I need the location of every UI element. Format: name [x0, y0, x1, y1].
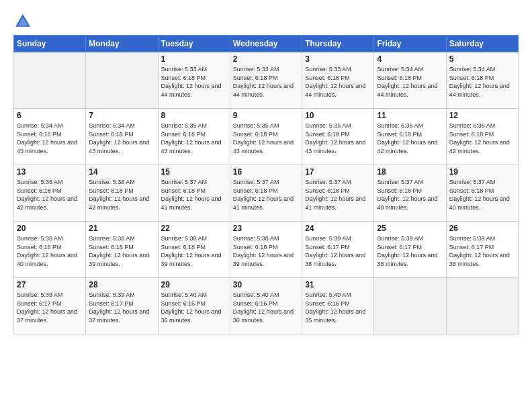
day-number: 29 — [161, 280, 227, 289]
day-info: Sunrise: 5:38 AM Sunset: 6:18 PM Dayligh… — [89, 234, 154, 268]
day-info: Sunrise: 5:35 AM Sunset: 6:18 PM Dayligh… — [161, 122, 227, 155]
day-info: Sunrise: 5:38 AM Sunset: 6:18 PM Dayligh… — [161, 234, 227, 268]
col-header-friday: Friday — [374, 36, 446, 52]
calendar-cell: 14Sunrise: 5:36 AM Sunset: 6:18 PM Dayli… — [86, 165, 158, 222]
calendar-cell: 16Sunrise: 5:37 AM Sunset: 6:18 PM Dayli… — [230, 165, 302, 222]
col-header-monday: Monday — [86, 36, 158, 52]
day-info: Sunrise: 5:38 AM Sunset: 6:18 PM Dayligh… — [17, 234, 83, 268]
day-number: 21 — [89, 224, 154, 233]
day-info: Sunrise: 5:33 AM Sunset: 6:18 PM Dayligh… — [233, 65, 299, 99]
calendar-cell: 19Sunrise: 5:37 AM Sunset: 6:18 PM Dayli… — [446, 165, 518, 222]
col-header-saturday: Saturday — [446, 36, 518, 52]
day-number: 15 — [161, 167, 227, 177]
day-number: 23 — [233, 224, 299, 233]
day-info: Sunrise: 5:34 AM Sunset: 6:18 PM Dayligh… — [17, 122, 83, 155]
calendar-cell: 29Sunrise: 5:40 AM Sunset: 6:16 PM Dayli… — [158, 278, 230, 334]
day-number: 4 — [377, 54, 443, 64]
col-header-thursday: Thursday — [302, 36, 374, 52]
calendar-week-5: 27Sunrise: 5:39 AM Sunset: 6:17 PM Dayli… — [14, 278, 519, 334]
calendar-cell: 18Sunrise: 5:37 AM Sunset: 6:18 PM Dayli… — [374, 165, 446, 222]
day-info: Sunrise: 5:40 AM Sunset: 6:16 PM Dayligh… — [233, 291, 299, 324]
calendar-cell: 28Sunrise: 5:39 AM Sunset: 6:17 PM Dayli… — [86, 278, 158, 334]
day-info: Sunrise: 5:39 AM Sunset: 6:17 PM Dayligh… — [449, 234, 515, 268]
calendar-cell: 26Sunrise: 5:39 AM Sunset: 6:17 PM Dayli… — [446, 222, 518, 278]
day-info: Sunrise: 5:40 AM Sunset: 6:16 PM Dayligh… — [305, 291, 371, 324]
calendar-cell: 6Sunrise: 5:34 AM Sunset: 6:18 PM Daylig… — [14, 109, 86, 165]
day-number: 31 — [305, 280, 371, 289]
calendar-page: SundayMondayTuesdayWednesdayThursdayFrid… — [0, 0, 532, 411]
calendar-cell: 2Sunrise: 5:33 AM Sunset: 6:18 PM Daylig… — [230, 52, 302, 109]
day-number: 16 — [233, 167, 299, 177]
day-number: 2 — [233, 54, 299, 64]
day-info: Sunrise: 5:36 AM Sunset: 6:18 PM Dayligh… — [17, 178, 83, 212]
day-info: Sunrise: 5:38 AM Sunset: 6:18 PM Dayligh… — [233, 234, 299, 268]
day-number: 18 — [377, 167, 443, 177]
day-number: 17 — [305, 167, 371, 177]
day-number: 8 — [161, 111, 227, 120]
day-info: Sunrise: 5:37 AM Sunset: 6:18 PM Dayligh… — [161, 178, 227, 212]
day-number: 19 — [449, 167, 515, 177]
day-info: Sunrise: 5:39 AM Sunset: 6:17 PM Dayligh… — [305, 234, 371, 268]
day-number: 13 — [17, 167, 83, 177]
calendar-cell: 1Sunrise: 5:33 AM Sunset: 6:18 PM Daylig… — [158, 52, 230, 109]
calendar-cell: 5Sunrise: 5:34 AM Sunset: 6:18 PM Daylig… — [446, 52, 518, 109]
calendar-cell: 22Sunrise: 5:38 AM Sunset: 6:18 PM Dayli… — [158, 222, 230, 278]
calendar-cell: 30Sunrise: 5:40 AM Sunset: 6:16 PM Dayli… — [230, 278, 302, 334]
day-number: 1 — [161, 54, 227, 64]
day-info: Sunrise: 5:34 AM Sunset: 6:18 PM Dayligh… — [89, 122, 154, 155]
day-info: Sunrise: 5:37 AM Sunset: 6:18 PM Dayligh… — [449, 178, 515, 212]
day-number: 26 — [449, 224, 515, 233]
calendar-week-4: 20Sunrise: 5:38 AM Sunset: 6:18 PM Dayli… — [14, 222, 519, 278]
calendar-cell — [86, 52, 158, 109]
calendar-cell: 25Sunrise: 5:39 AM Sunset: 6:17 PM Dayli… — [374, 222, 446, 278]
day-info: Sunrise: 5:35 AM Sunset: 6:18 PM Dayligh… — [233, 122, 299, 155]
logo-icon — [13, 12, 32, 31]
calendar-cell — [14, 52, 86, 109]
calendar-cell: 15Sunrise: 5:37 AM Sunset: 6:18 PM Dayli… — [158, 165, 230, 222]
day-number: 24 — [305, 224, 371, 233]
day-info: Sunrise: 5:34 AM Sunset: 6:18 PM Dayligh… — [449, 65, 515, 99]
day-info: Sunrise: 5:36 AM Sunset: 6:18 PM Dayligh… — [89, 178, 154, 212]
day-number: 22 — [161, 224, 227, 233]
day-number: 5 — [449, 54, 515, 64]
calendar-cell: 24Sunrise: 5:39 AM Sunset: 6:17 PM Dayli… — [302, 222, 374, 278]
day-number: 14 — [89, 167, 154, 177]
col-header-wednesday: Wednesday — [230, 36, 302, 52]
calendar-week-1: 1Sunrise: 5:33 AM Sunset: 6:18 PM Daylig… — [14, 52, 519, 109]
calendar-header-row: SundayMondayTuesdayWednesdayThursdayFrid… — [14, 36, 519, 52]
calendar-week-2: 6Sunrise: 5:34 AM Sunset: 6:18 PM Daylig… — [14, 109, 519, 165]
day-number: 25 — [377, 224, 443, 233]
day-info: Sunrise: 5:37 AM Sunset: 6:18 PM Dayligh… — [377, 178, 443, 212]
calendar-cell — [446, 278, 518, 334]
day-number: 9 — [233, 111, 299, 120]
calendar-cell: 31Sunrise: 5:40 AM Sunset: 6:16 PM Dayli… — [302, 278, 374, 334]
day-info: Sunrise: 5:35 AM Sunset: 6:18 PM Dayligh… — [305, 122, 371, 155]
calendar-cell — [374, 278, 446, 334]
calendar-cell: 9Sunrise: 5:35 AM Sunset: 6:18 PM Daylig… — [230, 109, 302, 165]
day-number: 7 — [89, 111, 154, 120]
col-header-sunday: Sunday — [14, 36, 86, 52]
day-number: 27 — [17, 280, 83, 289]
day-info: Sunrise: 5:33 AM Sunset: 6:18 PM Dayligh… — [305, 65, 371, 99]
calendar-cell: 8Sunrise: 5:35 AM Sunset: 6:18 PM Daylig… — [158, 109, 230, 165]
day-info: Sunrise: 5:39 AM Sunset: 6:17 PM Dayligh… — [17, 291, 83, 324]
calendar-cell: 12Sunrise: 5:36 AM Sunset: 6:18 PM Dayli… — [446, 109, 518, 165]
calendar-cell: 11Sunrise: 5:36 AM Sunset: 6:18 PM Dayli… — [374, 109, 446, 165]
calendar-cell: 17Sunrise: 5:37 AM Sunset: 6:18 PM Dayli… — [302, 165, 374, 222]
logo — [13, 12, 35, 31]
calendar-cell: 27Sunrise: 5:39 AM Sunset: 6:17 PM Dayli… — [14, 278, 86, 334]
day-info: Sunrise: 5:36 AM Sunset: 6:18 PM Dayligh… — [377, 122, 443, 155]
calendar-cell: 13Sunrise: 5:36 AM Sunset: 6:18 PM Dayli… — [14, 165, 86, 222]
day-number: 30 — [233, 280, 299, 289]
day-info: Sunrise: 5:39 AM Sunset: 6:17 PM Dayligh… — [89, 291, 154, 324]
day-number: 20 — [17, 224, 83, 233]
day-number: 11 — [377, 111, 443, 120]
day-info: Sunrise: 5:37 AM Sunset: 6:18 PM Dayligh… — [305, 178, 371, 212]
col-header-tuesday: Tuesday — [158, 36, 230, 52]
day-info: Sunrise: 5:33 AM Sunset: 6:18 PM Dayligh… — [161, 65, 227, 99]
day-number: 6 — [17, 111, 83, 120]
day-info: Sunrise: 5:36 AM Sunset: 6:18 PM Dayligh… — [449, 122, 515, 155]
day-info: Sunrise: 5:34 AM Sunset: 6:18 PM Dayligh… — [377, 65, 443, 99]
day-info: Sunrise: 5:39 AM Sunset: 6:17 PM Dayligh… — [377, 234, 443, 268]
calendar-table: SundayMondayTuesdayWednesdayThursdayFrid… — [13, 35, 519, 334]
